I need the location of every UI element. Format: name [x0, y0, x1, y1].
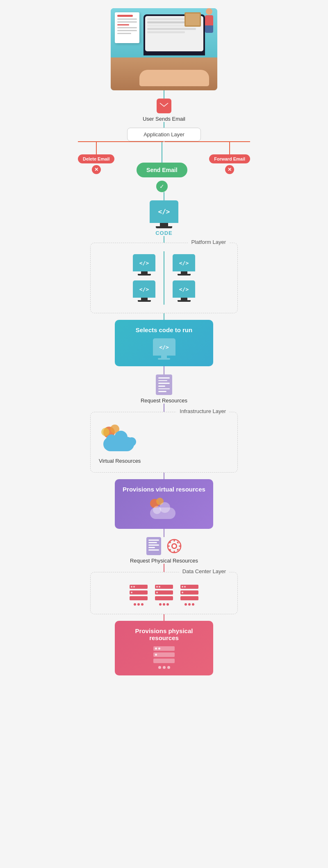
request-physical-list-icon — [146, 537, 161, 555]
code-monitor-section: </> CODE — [150, 200, 178, 236]
request-physical-section: Request Physical Resources — [130, 537, 198, 564]
selects-code-monitor: </> — [153, 338, 175, 360]
connector-request-infra — [164, 404, 164, 412]
code-monitor-stand — [160, 223, 168, 226]
request-physical-gear-icon — [167, 539, 182, 553]
check-circle: ✓ — [156, 181, 168, 192]
forward-email-section: Forward Email ✕ — [209, 142, 250, 174]
left-monitors: </> </> — [133, 254, 155, 302]
selects-code-box: Selects code to run </> — [115, 320, 213, 366]
connector-selects-request — [164, 366, 164, 374]
server-rack-3 — [180, 585, 198, 606]
svg-point-3 — [173, 544, 176, 548]
svg-rect-6 — [168, 546, 170, 547]
svg-rect-7 — [179, 546, 181, 547]
monitor-bl: </> — [133, 280, 155, 302]
code-label: CODE — [155, 230, 173, 236]
platform-center-line — [164, 251, 164, 305]
email-icon — [157, 99, 171, 113]
code-monitor-base — [156, 226, 172, 228]
provisions-physical-icon — [153, 646, 175, 669]
platform-layer-label: Platform Layer — [188, 239, 229, 245]
connector-code-platform — [164, 236, 164, 243]
connector-provisions-virtual-request-physical — [164, 529, 164, 537]
delete-email-btn[interactable]: Delete Email — [78, 154, 114, 163]
monitor-br: </> — [173, 280, 195, 302]
app-branch-section: Delete Email ✕ Send Email ✓ Forward Emai… — [61, 141, 266, 192]
connector-datacenter-provisions-physical — [164, 614, 164, 621]
hero-illustration — [111, 8, 217, 90]
cloud-illustration — [101, 425, 138, 455]
provisions-physical-box: Provisions physical resources — [115, 621, 213, 675]
server-racks — [130, 585, 198, 606]
infrastructure-layer-container: Infrastructure Layer Virtual Resources — [90, 412, 238, 473]
svg-rect-4 — [173, 540, 175, 542]
send-email-btn[interactable]: Send Email — [137, 163, 187, 177]
request-resources-icon — [156, 374, 172, 395]
connector-check-code — [164, 192, 164, 200]
center-v-line — [162, 142, 162, 163]
selects-code-label: Selects code to run — [136, 326, 192, 333]
monitor-tr: </> — [173, 254, 195, 276]
connector-platform-selects — [164, 313, 164, 320]
server-rack-2 — [155, 585, 173, 606]
monitor-tl: </> — [133, 254, 155, 276]
connector-infra-provisions-virtual — [164, 473, 164, 479]
delete-email-section: Delete Email ✕ — [78, 142, 114, 174]
connector-request-physical-datacenter — [164, 564, 164, 572]
user-sends-email-section: User Sends Email — [143, 99, 185, 122]
left-v-line — [96, 142, 97, 154]
platform-monitors-row: </> </> </> </> — [133, 251, 195, 305]
virtual-resources-label: Virtual Resources — [99, 458, 141, 464]
provisions-virtual-box: Provisions virtual resources — [115, 479, 213, 529]
datacenter-layer-label: Data Center Layer — [179, 568, 229, 574]
request-physical-icons — [146, 537, 182, 555]
infrastructure-layer-label: Infrastructure Layer — [176, 408, 229, 414]
request-resources-label: Request Resources — [141, 397, 187, 404]
right-v-line — [229, 142, 230, 154]
platform-layer-container: Platform Layer </> </> — [90, 243, 238, 313]
provisions-virtual-cloud — [149, 498, 180, 522]
provisions-virtual-label: Provisions virtual resources — [123, 486, 205, 493]
application-layer-box: Application Layer — [127, 128, 201, 141]
right-monitors: </> </> — [173, 254, 195, 302]
diagram-container: User Sends Email Application Layer — [0, 0, 328, 704]
request-resources-section: Request Resources — [141, 374, 187, 404]
svg-rect-5 — [173, 551, 175, 553]
request-physical-label: Request Physical Resources — [130, 558, 198, 564]
server-rack-1 — [130, 585, 148, 606]
connector-hero-email — [164, 90, 164, 99]
datacenter-layer-container: Data Center Layer — [90, 572, 238, 614]
provisions-physical-label: Provisions physical resources — [121, 627, 207, 641]
user-sends-email-label: User Sends Email — [143, 116, 185, 122]
forward-email-btn[interactable]: Forward Email — [209, 154, 250, 163]
connector-email-app — [164, 122, 164, 128]
code-monitor-screen: </> — [150, 200, 178, 223]
virtual-resources-section: Virtual Resources — [99, 425, 141, 464]
three-columns: Delete Email ✕ Send Email ✓ Forward Emai… — [78, 142, 250, 192]
delete-x-icon: ✕ — [92, 165, 101, 174]
forward-x-icon: ✕ — [225, 165, 234, 174]
center-send-email: Send Email ✓ — [137, 142, 187, 192]
